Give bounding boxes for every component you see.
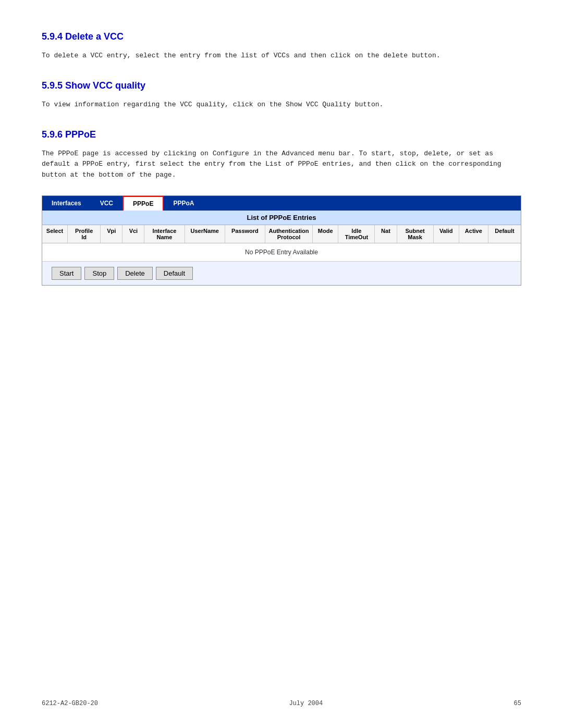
col-profile-id: ProfileId — [68, 225, 101, 243]
list-header: List of PPPoE Entries — [42, 211, 521, 225]
col-vpi: Vpi — [101, 225, 123, 243]
col-interface-name: InterfaceName — [144, 225, 185, 243]
body-pppoe: The PPPoE page is accessed by clicking o… — [42, 149, 521, 181]
heading-delete-vcc: 5.9.4 Delete a VCC — [42, 31, 521, 42]
page-content: 5.9.4 Delete a VCC To delete a VCC entry… — [0, 0, 563, 336]
col-valid: Valid — [434, 225, 459, 243]
col-idle-timeout: IdleTimeOut — [338, 225, 375, 243]
footer-page-number: 65 — [514, 700, 521, 707]
body-show-vcc: To view information regarding the VCC qu… — [42, 100, 521, 110]
tab-pppoa[interactable]: PPPoA — [164, 196, 203, 211]
heading-show-vcc: 5.9.5 Show VCC quality — [42, 80, 521, 91]
stop-button[interactable]: Stop — [84, 267, 114, 280]
no-entry-row: No PPPoE Entry Available — [42, 243, 521, 262]
col-password: Password — [225, 225, 265, 243]
default-button[interactable]: Default — [156, 267, 193, 280]
body-delete-vcc: To delete a VCC entry, select the entry … — [42, 51, 521, 61]
page-footer: 6212-A2-GB20-20 July 2004 65 — [42, 700, 521, 707]
col-active: Active — [459, 225, 488, 243]
col-subnet-mask: SubnetMask — [397, 225, 434, 243]
col-mode: Mode — [313, 225, 338, 243]
section-delete-vcc: 5.9.4 Delete a VCC To delete a VCC entry… — [42, 31, 521, 61]
heading-pppoe: 5.9.6 PPPoE — [42, 129, 521, 140]
delete-button[interactable]: Delete — [117, 267, 153, 280]
footer-date: July 2004 — [289, 700, 323, 707]
col-select: Select — [42, 225, 68, 243]
tab-vcc[interactable]: VCC — [91, 196, 123, 211]
col-default: Default — [488, 225, 521, 243]
tab-pppoe[interactable]: PPPoE — [123, 196, 164, 211]
col-auth-protocol: AuthenticationProtocol — [265, 225, 313, 243]
section-show-vcc: 5.9.5 Show VCC quality To view informati… — [42, 80, 521, 110]
col-nat: Nat — [375, 225, 397, 243]
pppoe-panel: Interfaces VCC PPPoE PPPoA List of PPPoE… — [42, 195, 521, 286]
button-row: Start Stop Delete Default — [42, 262, 521, 285]
footer-doc-number: 6212-A2-GB20-20 — [42, 700, 98, 707]
col-vci: Vci — [123, 225, 144, 243]
tab-bar: Interfaces VCC PPPoE PPPoA — [42, 196, 521, 211]
section-pppoe: 5.9.6 PPPoE The PPPoE page is accessed b… — [42, 129, 521, 286]
table-header-row: Select ProfileId Vpi Vci InterfaceName U… — [42, 225, 521, 243]
col-username: UserName — [185, 225, 225, 243]
tab-interfaces[interactable]: Interfaces — [42, 196, 91, 211]
start-button[interactable]: Start — [52, 267, 81, 280]
